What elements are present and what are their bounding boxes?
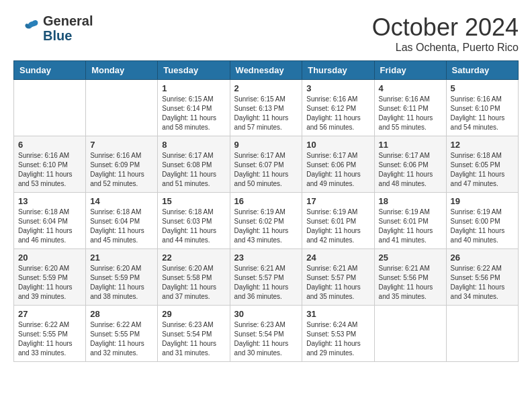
calendar-cell: 29Sunrise: 6:23 AM Sunset: 5:54 PM Dayli…: [158, 306, 230, 362]
day-info: Sunrise: 6:17 AM Sunset: 6:08 PM Dayligh…: [162, 151, 225, 189]
day-number: 5: [451, 83, 514, 93]
calendar-cell: 30Sunrise: 6:23 AM Sunset: 5:54 PM Dayli…: [230, 306, 302, 362]
day-number: 9: [234, 140, 298, 150]
day-info: Sunrise: 6:15 AM Sunset: 6:14 PM Dayligh…: [162, 95, 225, 132]
day-info: Sunrise: 6:20 AM Sunset: 5:59 PM Dayligh…: [18, 264, 81, 302]
day-number: 8: [162, 140, 225, 150]
day-number: 28: [90, 309, 153, 319]
day-info: Sunrise: 6:21 AM Sunset: 5:56 PM Dayligh…: [379, 264, 442, 302]
page-header: General Blue October 2024 Las Ochenta, P…: [13, 13, 519, 54]
calendar-cell: [86, 80, 158, 136]
day-number: 27: [18, 309, 81, 319]
weekday-header-friday: Friday: [374, 61, 446, 80]
day-info: Sunrise: 6:16 AM Sunset: 6:10 PM Dayligh…: [18, 151, 81, 189]
day-info: Sunrise: 6:16 AM Sunset: 6:10 PM Dayligh…: [451, 95, 514, 132]
calendar-cell: 4Sunrise: 6:16 AM Sunset: 6:11 PM Daylig…: [374, 80, 446, 136]
calendar-cell: 23Sunrise: 6:21 AM Sunset: 5:57 PM Dayli…: [230, 249, 302, 306]
calendar-cell: 25Sunrise: 6:21 AM Sunset: 5:56 PM Dayli…: [374, 249, 446, 306]
calendar-cell: 8Sunrise: 6:17 AM Sunset: 6:08 PM Daylig…: [158, 136, 230, 193]
day-number: 30: [234, 309, 298, 319]
calendar-cell: 18Sunrise: 6:19 AM Sunset: 6:01 PM Dayli…: [374, 193, 446, 249]
logo: General Blue: [13, 13, 93, 43]
calendar-cell: 2Sunrise: 6:15 AM Sunset: 6:13 PM Daylig…: [230, 80, 302, 136]
calendar-cell: 10Sunrise: 6:17 AM Sunset: 6:06 PM Dayli…: [302, 136, 374, 193]
calendar-cell: 9Sunrise: 6:17 AM Sunset: 6:07 PM Daylig…: [230, 136, 302, 193]
weekday-header-saturday: Saturday: [446, 61, 518, 80]
calendar-cell: 24Sunrise: 6:21 AM Sunset: 5:57 PM Dayli…: [302, 249, 374, 306]
day-number: 16: [234, 196, 298, 206]
day-number: 20: [18, 253, 81, 263]
location-title: Las Ochenta, Puerto Rico: [372, 42, 519, 54]
title-area: October 2024 Las Ochenta, Puerto Rico: [372, 13, 519, 54]
day-number: 13: [18, 196, 81, 206]
day-number: 18: [379, 196, 442, 206]
calendar-cell: 1Sunrise: 6:15 AM Sunset: 6:14 PM Daylig…: [158, 80, 230, 136]
day-number: 17: [306, 196, 369, 206]
calendar-cell: [374, 306, 446, 362]
day-info: Sunrise: 6:24 AM Sunset: 5:53 PM Dayligh…: [306, 320, 369, 358]
calendar-cell: 7Sunrise: 6:16 AM Sunset: 6:09 PM Daylig…: [86, 136, 158, 193]
day-info: Sunrise: 6:15 AM Sunset: 6:13 PM Dayligh…: [234, 95, 298, 132]
calendar-cell: 13Sunrise: 6:18 AM Sunset: 6:04 PM Dayli…: [14, 193, 86, 249]
day-info: Sunrise: 6:18 AM Sunset: 6:04 PM Dayligh…: [18, 208, 81, 245]
day-info: Sunrise: 6:18 AM Sunset: 6:03 PM Dayligh…: [162, 208, 225, 245]
week-row-2: 6Sunrise: 6:16 AM Sunset: 6:10 PM Daylig…: [14, 136, 519, 193]
day-info: Sunrise: 6:23 AM Sunset: 5:54 PM Dayligh…: [234, 320, 298, 358]
day-number: 26: [451, 253, 514, 263]
day-info: Sunrise: 6:23 AM Sunset: 5:54 PM Dayligh…: [162, 320, 225, 358]
calendar-table: SundayMondayTuesdayWednesdayThursdayFrid…: [13, 60, 519, 362]
logo-general: General: [43, 13, 93, 28]
day-info: Sunrise: 6:21 AM Sunset: 5:57 PM Dayligh…: [234, 264, 298, 302]
calendar-cell: 16Sunrise: 6:19 AM Sunset: 6:02 PM Dayli…: [230, 193, 302, 249]
calendar-cell: 17Sunrise: 6:19 AM Sunset: 6:01 PM Dayli…: [302, 193, 374, 249]
calendar-cell: 26Sunrise: 6:22 AM Sunset: 5:56 PM Dayli…: [446, 249, 518, 306]
day-info: Sunrise: 6:19 AM Sunset: 6:02 PM Dayligh…: [234, 208, 298, 245]
day-info: Sunrise: 6:17 AM Sunset: 6:06 PM Dayligh…: [306, 151, 369, 189]
day-info: Sunrise: 6:16 AM Sunset: 6:12 PM Dayligh…: [306, 95, 369, 132]
calendar-cell: 28Sunrise: 6:22 AM Sunset: 5:55 PM Dayli…: [86, 306, 158, 362]
calendar-cell: 6Sunrise: 6:16 AM Sunset: 6:10 PM Daylig…: [14, 136, 86, 193]
logo-icon: [13, 15, 40, 42]
day-info: Sunrise: 6:19 AM Sunset: 6:01 PM Dayligh…: [306, 208, 369, 245]
day-number: 14: [90, 196, 153, 206]
day-number: 11: [379, 140, 442, 150]
weekday-header-row: SundayMondayTuesdayWednesdayThursdayFrid…: [14, 61, 519, 80]
calendar-cell: 21Sunrise: 6:20 AM Sunset: 5:59 PM Dayli…: [86, 249, 158, 306]
day-info: Sunrise: 6:18 AM Sunset: 6:05 PM Dayligh…: [451, 151, 514, 189]
day-number: 6: [18, 140, 81, 150]
day-info: Sunrise: 6:16 AM Sunset: 6:11 PM Dayligh…: [379, 95, 442, 132]
calendar-cell: 20Sunrise: 6:20 AM Sunset: 5:59 PM Dayli…: [14, 249, 86, 306]
day-number: 12: [451, 140, 514, 150]
day-number: 4: [379, 83, 442, 93]
day-info: Sunrise: 6:16 AM Sunset: 6:09 PM Dayligh…: [90, 151, 153, 189]
weekday-header-thursday: Thursday: [302, 61, 374, 80]
calendar-cell: [14, 80, 86, 136]
day-number: 31: [306, 309, 369, 319]
day-info: Sunrise: 6:22 AM Sunset: 5:55 PM Dayligh…: [90, 320, 153, 358]
calendar-cell: 5Sunrise: 6:16 AM Sunset: 6:10 PM Daylig…: [446, 80, 518, 136]
weekday-header-sunday: Sunday: [14, 61, 86, 80]
day-number: 10: [306, 140, 369, 150]
logo-text: General Blue: [43, 13, 93, 43]
day-number: 23: [234, 253, 298, 263]
calendar-cell: 31Sunrise: 6:24 AM Sunset: 5:53 PM Dayli…: [302, 306, 374, 362]
week-row-3: 13Sunrise: 6:18 AM Sunset: 6:04 PM Dayli…: [14, 193, 519, 249]
day-number: 19: [451, 196, 514, 206]
day-number: 3: [306, 83, 369, 93]
calendar-cell: 14Sunrise: 6:18 AM Sunset: 6:04 PM Dayli…: [86, 193, 158, 249]
day-info: Sunrise: 6:17 AM Sunset: 6:07 PM Dayligh…: [234, 151, 298, 189]
weekday-header-wednesday: Wednesday: [230, 61, 302, 80]
logo-blue: Blue: [43, 28, 93, 43]
weekday-header-monday: Monday: [86, 61, 158, 80]
day-info: Sunrise: 6:20 AM Sunset: 5:59 PM Dayligh…: [90, 264, 153, 302]
calendar-cell: [446, 306, 518, 362]
day-number: 22: [162, 253, 225, 263]
day-number: 7: [90, 140, 153, 150]
day-number: 1: [162, 83, 225, 93]
day-number: 15: [162, 196, 225, 206]
calendar-cell: 11Sunrise: 6:17 AM Sunset: 6:06 PM Dayli…: [374, 136, 446, 193]
day-number: 29: [162, 309, 225, 319]
day-info: Sunrise: 6:17 AM Sunset: 6:06 PM Dayligh…: [379, 151, 442, 189]
day-info: Sunrise: 6:19 AM Sunset: 6:00 PM Dayligh…: [451, 208, 514, 245]
month-title: October 2024: [372, 13, 519, 42]
